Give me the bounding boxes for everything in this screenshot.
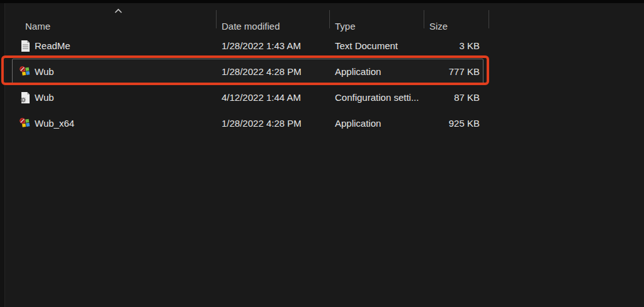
wub-application-icon [20,66,31,78]
file-size: 87 KB [454,84,480,110]
text-document-icon [20,40,31,52]
column-header-name[interactable]: Name [25,21,50,32]
file-type: Application [335,110,381,136]
file-date-modified: 4/12/2022 1:44 AM [222,84,301,110]
wub-application-icon [20,118,31,129]
column-resize-handle[interactable] [424,10,424,28]
configuration-settings-icon [20,92,31,103]
file-date-modified: 1/28/2022 1:43 AM [222,33,301,59]
file-row-wub-x64[interactable]: Wub_x64 1/28/2022 4:28 PM Application 92… [0,110,644,136]
file-name: Wub [35,59,54,84]
file-type: Text Document [335,33,398,59]
file-name: ReadMe [35,33,71,59]
column-header-date-modified[interactable]: Date modified [222,21,280,32]
file-row-wub-config[interactable]: Wub 4/12/2022 1:44 AM Configuration sett… [0,84,644,110]
column-resize-handle[interactable] [489,10,489,28]
file-size: 777 KB [449,59,480,84]
sort-ascending-chevron-icon [114,8,123,14]
column-resize-handle[interactable] [329,10,330,28]
file-size: 925 KB [449,110,480,136]
file-date-modified: 1/28/2022 4:28 PM [222,110,302,136]
file-explorer-window: Name Date modified Type Size ReadMe 1/28… [0,0,644,307]
file-date-modified: 1/28/2022 4:28 PM [222,59,302,84]
file-name: Wub_x64 [35,110,74,136]
column-resize-handle[interactable] [216,10,217,28]
file-size: 3 KB [459,33,480,59]
file-name: Wub [35,84,54,110]
window-top-edge [0,0,644,3]
file-row-wub-application[interactable]: Wub 1/28/2022 4:28 PM Application 777 KB [0,59,644,84]
column-header-size[interactable]: Size [429,21,448,32]
column-header-type[interactable]: Type [335,21,356,32]
file-type: Application [335,59,381,84]
column-header-bar: Name Date modified Type Size [0,8,644,32]
file-row-readme[interactable]: ReadMe 1/28/2022 1:43 AM Text Document 3… [0,33,644,59]
file-type: Configuration setti... [335,84,419,110]
file-list: ReadMe 1/28/2022 1:43 AM Text Document 3… [0,33,644,136]
